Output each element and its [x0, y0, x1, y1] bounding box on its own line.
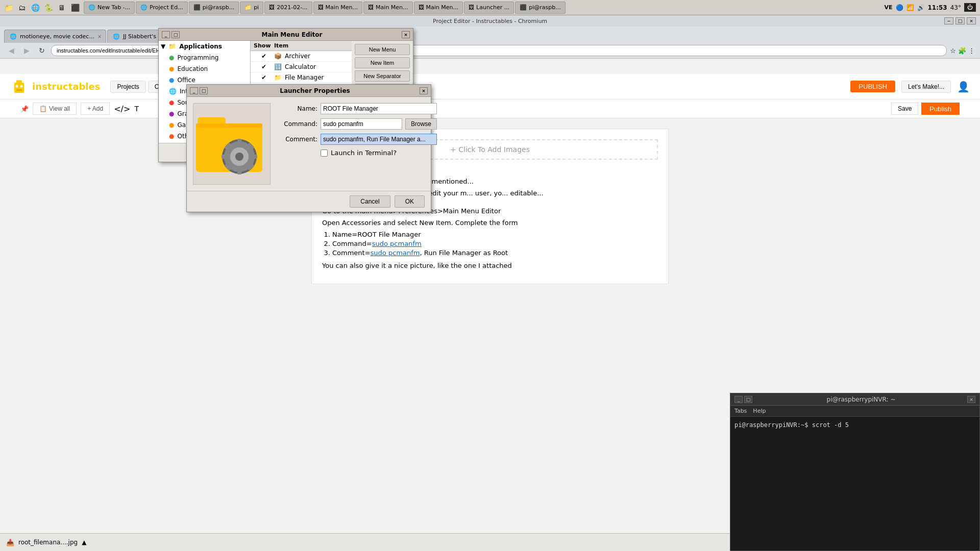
calculator-name: 🔢 Calculator — [274, 63, 349, 70]
download-bar: 📥 root_filemana....jpg ▲ — [0, 533, 730, 551]
files-icon[interactable]: 📁 — [3, 2, 14, 13]
taskbar-apps: 🌐New Tab -... 🌐Project Ed... ⬛pi@raspb..… — [84, 2, 880, 14]
menu-item-archiver[interactable]: ✔ 📦 Archiver — [251, 51, 352, 62]
launcher-title: Launcher Properties — [210, 87, 420, 94]
launcher-cancel-button[interactable]: Cancel — [350, 195, 390, 208]
folder-icon[interactable]: 🗂 — [16, 2, 28, 13]
sound-icon: ● — [169, 99, 174, 106]
archiver-name: 📦 Archiver — [274, 53, 349, 60]
tree-item-education[interactable]: ● Education — [159, 63, 250, 74]
menu-item-filemanager[interactable]: ✔ 📁 File Manager — [251, 72, 352, 83]
launcher-form: Name: Command: Browse Comment: Launch in… — [277, 103, 437, 185]
svg-rect-12 — [196, 123, 262, 128]
comment-row: Comment: — [277, 134, 437, 145]
temperature: 43° — [950, 4, 961, 11]
volume-icon[interactable]: 🔊 — [917, 4, 925, 11]
taskbar-app-pi-terminal[interactable]: ⬛pi@raspb... — [189, 2, 239, 14]
launcher-close-btn[interactable]: × — [420, 87, 428, 94]
col-show-header: Show — [254, 42, 274, 49]
launcher-icon-area[interactable] — [193, 103, 271, 185]
svg-rect-16 — [237, 139, 241, 146]
terminal-icon[interactable]: 🖥 — [56, 2, 67, 13]
taskbar-right: VE 🔵 📶 🔊 11:53 43° ⏻ — [880, 3, 980, 12]
tree-item-programming[interactable]: ● Programming — [159, 52, 250, 63]
svg-rect-17 — [237, 167, 241, 174]
browse-button[interactable]: Browse — [405, 118, 437, 130]
programming-icon: ● — [169, 54, 174, 61]
new-item-button[interactable]: New Item — [355, 57, 410, 68]
dialog-minimize-btn[interactable]: _ — [162, 31, 170, 38]
taskbar-app-mainmenu3[interactable]: 🖼Main Men... — [414, 2, 463, 14]
launcher-maximize-btn[interactable]: □ — [200, 87, 208, 94]
launcher-win-controls-left: _ □ — [190, 87, 210, 94]
python-icon[interactable]: 🐍 — [43, 2, 54, 13]
graphics-icon: ● — [169, 110, 174, 117]
internet-icon: 🌐 — [169, 88, 177, 95]
keyboard-icon[interactable]: VE — [884, 4, 892, 11]
launcher-close-controls: × — [420, 87, 428, 94]
main-menu-editor-title: Main Menu Editor — [182, 31, 402, 38]
launcher-folder-icon-svg — [193, 108, 270, 180]
calculator-check[interactable]: ✔ — [254, 63, 274, 70]
download-icon: 📥 — [6, 539, 14, 546]
launcher-titlebar: _ □ Launcher Properties × — [187, 85, 431, 97]
tree-item-applications[interactable]: ▼ 📁 Applications — [159, 41, 250, 52]
terminal2-icon[interactable]: ⬛ — [69, 2, 81, 13]
taskbar-app-launcher[interactable]: 🖼Launcher ... — [464, 2, 514, 14]
filemanager-check[interactable]: ✔ — [254, 74, 274, 81]
taskbar-app-mainmenu2[interactable]: 🖼Main Men... — [363, 2, 412, 14]
command-row: Command: Browse — [277, 118, 437, 130]
education-icon: ● — [169, 65, 174, 72]
filemanager-name: 📁 File Manager — [274, 74, 349, 81]
menu-item-calculator[interactable]: ✔ 🔢 Calculator — [251, 62, 352, 72]
taskbar-app-pi-folder[interactable]: 📁pi — [240, 2, 263, 14]
taskbar-app-newtab[interactable]: 🌐New Tab -... — [84, 2, 135, 14]
calculator-icon: 🔢 — [274, 63, 282, 70]
chromium-icon[interactable]: 🌐 — [30, 2, 41, 13]
comment-label: Comment: — [277, 136, 317, 143]
other-icon: ● — [169, 133, 174, 140]
clock: 11:53 — [928, 4, 947, 11]
dialog-close-btn[interactable]: × — [402, 31, 410, 38]
terminal-checkbox[interactable] — [321, 149, 328, 157]
taskbar-app-img1[interactable]: 🖼2021-02-... — [264, 2, 312, 14]
taskbar: 📁 🗂 🌐 🐍 🖥 ⬛ 🌐New Tab -... 🌐Project Ed...… — [0, 0, 980, 15]
launcher-footer: Cancel OK — [187, 191, 431, 212]
bluetooth-icon[interactable]: 🔵 — [896, 4, 903, 11]
dialog-maximize-btn[interactable]: □ — [172, 31, 180, 38]
new-separator-button[interactable]: New Separator — [355, 70, 410, 82]
items-header: Show Item — [251, 41, 352, 51]
dialog-win-controls-left: _ □ — [162, 31, 182, 38]
launcher-properties-dialog: _ □ Launcher Properties × — [186, 84, 431, 212]
power-icon[interactable]: ⏻ — [964, 3, 976, 12]
command-input[interactable] — [321, 118, 402, 130]
dialog-close-controls: × — [402, 31, 410, 38]
download-filename: root_filemana....jpg — [18, 539, 78, 546]
office-icon: ● — [169, 77, 174, 84]
launcher-minimize-btn[interactable]: _ — [190, 87, 198, 94]
name-input[interactable] — [321, 103, 437, 114]
filemanager-icon: 📁 — [274, 74, 282, 81]
comment-input[interactable] — [321, 134, 437, 145]
applications-folder-icon: 📁 — [168, 43, 176, 50]
terminal-row: Launch in Terminal? — [277, 149, 437, 157]
svg-rect-18 — [222, 155, 229, 159]
archiver-check[interactable]: ✔ — [254, 53, 274, 60]
col-item-header: Item — [274, 42, 349, 49]
main-menu-editor-titlebar: _ □ Main Menu Editor × — [159, 29, 413, 41]
name-row: Name: — [277, 103, 437, 114]
launcher-body: Name: Command: Browse Comment: Launch in… — [187, 97, 431, 191]
wifi-icon[interactable]: 📶 — [906, 4, 914, 11]
taskbar-app-projectedit[interactable]: 🌐Project Ed... — [136, 2, 188, 14]
taskbar-app-mainmenu1[interactable]: 🖼Main Men... — [313, 2, 362, 14]
taskbar-app-pi2[interactable]: ⬛pi@raspb... — [515, 2, 566, 14]
svg-rect-19 — [250, 155, 257, 159]
terminal-label: Launch in Terminal? — [331, 149, 397, 157]
launcher-ok-button[interactable]: OK — [395, 195, 425, 208]
command-label: Command: — [277, 120, 317, 128]
games-icon: ● — [169, 121, 174, 129]
dialog-overlay: _ □ Main Menu Editor × ▼ 📁 Applications … — [0, 0, 980, 551]
archiver-icon: 📦 — [274, 53, 282, 60]
download-chevron[interactable]: ▲ — [82, 539, 86, 546]
new-menu-button[interactable]: New Menu — [355, 44, 410, 55]
